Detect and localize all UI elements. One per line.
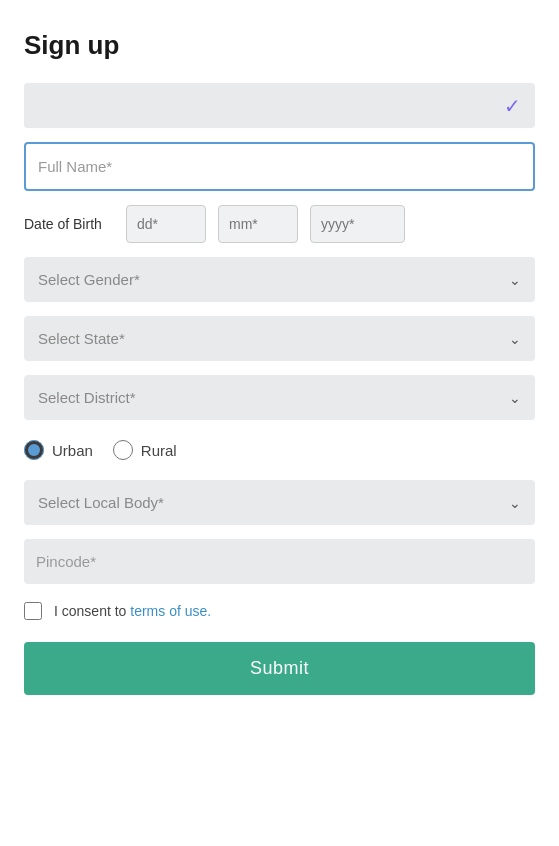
page-title: Sign up — [24, 30, 535, 61]
consent-row: I consent to terms of use. — [24, 598, 535, 624]
district-select-wrapper: Select District* ⌄ — [24, 375, 535, 420]
gender-select[interactable]: Select Gender* Male Female Other — [24, 257, 535, 302]
dob-dd-input[interactable] — [126, 205, 206, 243]
localbody-select-wrapper: Select Local Body* ⌄ — [24, 480, 535, 525]
rural-label: Rural — [141, 442, 177, 459]
fullname-input[interactable] — [24, 142, 535, 191]
area-type-row: Urban Rural — [24, 434, 535, 466]
check-icon: ✓ — [490, 94, 535, 118]
state-select[interactable]: Select State* — [24, 316, 535, 361]
dob-row: Date of Birth — [24, 205, 535, 243]
rural-option[interactable]: Rural — [113, 440, 177, 460]
dob-label: Date of Birth — [24, 216, 114, 232]
pincode-input[interactable] — [24, 539, 535, 584]
username-field-wrapper: ✓ — [24, 83, 535, 128]
consent-text: I consent to terms of use. — [54, 603, 211, 619]
dob-mm-input[interactable] — [218, 205, 298, 243]
dob-yyyy-input[interactable] — [310, 205, 405, 243]
signup-form: ✓ Date of Birth Select Gender* Male Fema… — [24, 83, 535, 695]
district-select[interactable]: Select District* — [24, 375, 535, 420]
urban-label: Urban — [52, 442, 93, 459]
submit-button[interactable]: Submit — [24, 642, 535, 695]
terms-link[interactable]: terms of use. — [130, 603, 211, 619]
gender-select-wrapper: Select Gender* Male Female Other ⌄ — [24, 257, 535, 302]
urban-option[interactable]: Urban — [24, 440, 93, 460]
consent-checkbox[interactable] — [24, 602, 42, 620]
urban-radio[interactable] — [24, 440, 44, 460]
username-input[interactable] — [24, 83, 490, 128]
localbody-select[interactable]: Select Local Body* — [24, 480, 535, 525]
state-select-wrapper: Select State* ⌄ — [24, 316, 535, 361]
rural-radio[interactable] — [113, 440, 133, 460]
